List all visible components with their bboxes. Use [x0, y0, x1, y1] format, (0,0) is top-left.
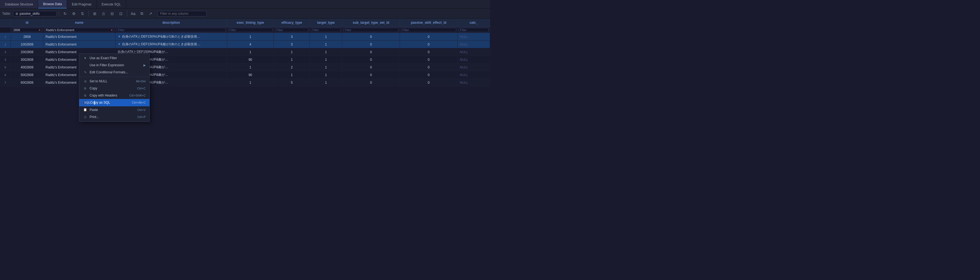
col-header-sub-target-type-set-id[interactable]: sub_target_type_set_id [342, 19, 400, 27]
cell-efficacy-type-0[interactable]: 3 [274, 33, 310, 41]
cell-calc-4[interactable]: NULL [457, 64, 490, 71]
cell-calc-0[interactable]: NULL [457, 33, 490, 41]
col-header-efficacy-type[interactable]: efficacy_type [274, 19, 310, 27]
filter-cell-target_type[interactable]: Filter [310, 27, 342, 33]
filter-button[interactable]: ⚙ [70, 10, 78, 17]
cell-exec-timing-type-3[interactable]: 90 [227, 56, 274, 64]
cell-passive-skill-effect-id-4[interactable]: 0 [400, 64, 458, 71]
link-button[interactable]: ↗ [147, 10, 154, 17]
tab-database-structure[interactable]: Database Structure [0, 0, 38, 8]
cell-description-1[interactable]: ▼自身のATKとDEF150%UP&敵が1体のとき必殺技発… [115, 41, 227, 48]
cell-id-4[interactable]: 4002808 [11, 64, 43, 71]
filter-clear-id[interactable]: ✕ [38, 29, 41, 32]
cell-calc-3[interactable]: NULL [457, 56, 490, 64]
col-header-target-type[interactable]: target_type [310, 19, 342, 27]
col-header-id[interactable]: id [11, 19, 43, 27]
filter-cell-passive_skill_effect_id[interactable]: Filter [400, 27, 458, 33]
ctx-item-copy-with-headers[interactable]: ⧉Copy with HeadersCtrl+Shift+C [79, 92, 150, 99]
cell-passive-skill-effect-id-5[interactable]: 0 [400, 71, 458, 79]
cell-target-type-2[interactable]: 1 [310, 48, 342, 56]
cell-efficacy-type-4[interactable]: 2 [274, 64, 310, 71]
table-row[interactable]: 21002808Raditz's Enforcement▼自身のATKとDEF1… [0, 41, 490, 48]
filter-cell-empty-sub_target_type_set_id[interactable]: Filter [343, 28, 399, 32]
tab-browse-data[interactable]: Browse Data [38, 0, 67, 8]
cell-sub-target-type-set-id-5[interactable]: 0 [342, 71, 400, 79]
sort-button[interactable]: ⇅ [79, 10, 86, 17]
cell-target-type-0[interactable]: 1 [310, 33, 342, 41]
cell-id-1[interactable]: 1002808 [11, 41, 43, 48]
col-header-passive-skill-effect-id[interactable]: passive_skill_effect_id [400, 19, 458, 27]
cell-id-6[interactable]: 6002808 [11, 79, 43, 86]
filter-cell-description[interactable]: Filter [115, 27, 227, 33]
cell-efficacy-type-5[interactable]: 1 [274, 71, 310, 79]
cell-exec-timing-type-4[interactable]: 1 [227, 64, 274, 71]
col-header-description[interactable]: description [115, 19, 227, 27]
cell-description-0[interactable]: ▼自身のATKとDEF150%UP&敵が1体のとき必殺技発… [115, 33, 227, 41]
filter-cell-empty-target_type[interactable]: Filter [311, 28, 341, 32]
cell-efficacy-type-6[interactable]: 5 [274, 79, 310, 86]
ctx-item-edit-conditional-formats[interactable]: ✎Edit Conditional Formats... [79, 69, 150, 76]
filter-cell-id[interactable]: 2808 ✕ [11, 27, 43, 33]
cell-calc-6[interactable]: NULL [457, 79, 490, 86]
table-selector[interactable]: ▦ passive_skills [13, 11, 57, 16]
table-row[interactable]: 76002808Raditz's Enforcement自身のATKとDEF15… [0, 79, 490, 86]
copy-button[interactable]: ⧉ [138, 10, 146, 17]
filter-cell-empty-efficacy_type[interactable]: Filter [275, 28, 309, 32]
table-row[interactable]: 32002808Raditz's Enforcement自身のATKとDEF15… [0, 48, 490, 56]
ctx-item-use-exact-filter[interactable]: ▼Use as Exact Filter [79, 54, 150, 62]
cell-id-2[interactable]: 2002808 [11, 48, 43, 56]
tab-execute-sql[interactable]: Execute SQL [97, 0, 126, 8]
filter-cell-value-name[interactable]: Raditz's Enforcement ✕ [45, 28, 114, 32]
cell-target-type-6[interactable]: 1 [310, 79, 342, 86]
refresh-button[interactable]: ↻ [61, 10, 69, 17]
filter-cell-name[interactable]: Raditz's Enforcement ✕ [43, 27, 115, 33]
cell-id-5[interactable]: 5002808 [11, 71, 43, 79]
cell-calc-1[interactable]: NULL [457, 41, 490, 48]
cell-efficacy-type-1[interactable]: 3 [274, 41, 310, 48]
ctx-item-set-to-null[interactable]: ⊘Set to NULLAlt+Del [79, 78, 150, 85]
cell-name-1[interactable]: Raditz's Enforcement [43, 41, 115, 48]
filter-cell-efficacy_type[interactable]: Filter [274, 27, 310, 33]
cell-passive-skill-effect-id-2[interactable]: 0 [400, 48, 458, 56]
cell-sub-target-type-set-id-3[interactable]: 0 [342, 56, 400, 64]
ctx-item-print[interactable]: ⎙Print...Ctrl+P [79, 114, 150, 120]
ctx-item-copy[interactable]: ⧉CopyCtrl+C [79, 85, 150, 92]
cell-sub-target-type-set-id-0[interactable]: 0 [342, 33, 400, 41]
cell-id-0[interactable]: 2808 [11, 33, 43, 41]
cell-target-type-3[interactable]: 1 [310, 56, 342, 64]
cell-passive-skill-effect-id-3[interactable]: 0 [400, 56, 458, 64]
col-header-exec-timing-type[interactable]: exec_timing_type [227, 19, 274, 27]
cell-exec-timing-type-5[interactable]: 90 [227, 71, 274, 79]
column-filter-input[interactable] [158, 11, 207, 16]
cell-target-type-4[interactable]: 1 [310, 64, 342, 71]
font-button[interactable]: Aa [129, 10, 137, 17]
cell-sub-target-type-set-id-4[interactable]: 0 [342, 64, 400, 71]
filter-clear-name[interactable]: ✕ [111, 29, 113, 32]
col-header-calc[interactable]: calc_ [457, 19, 490, 27]
filter-cell-sub_target_type_set_id[interactable]: Filter [342, 27, 400, 33]
cell-passive-skill-effect-id-6[interactable]: 0 [400, 79, 458, 86]
export-button[interactable]: ⊟ [108, 10, 116, 17]
ctx-item-copy-as-sql[interactable]: SQLCopy as SQLCtrl+Alt+C [79, 99, 150, 106]
table-row[interactable]: 54002808Raditz's Enforcement自身のATKとDEF15… [0, 64, 490, 71]
ctx-item-paste[interactable]: 📋PasteCtrl+V [79, 106, 150, 114]
cell-target-type-5[interactable]: 1 [310, 71, 342, 79]
cell-exec-timing-type-0[interactable]: 1 [227, 33, 274, 41]
filter-cell-empty-exec_timing_type[interactable]: Filter [228, 28, 272, 32]
cell-efficacy-type-2[interactable]: 1 [274, 48, 310, 56]
print-button[interactable]: ⎙ [100, 10, 107, 17]
table-row[interactable]: 65002808Raditz's Enforcement自身のATKとDEF15… [0, 71, 490, 79]
insert-row-button[interactable]: ⊞ [91, 10, 99, 17]
cell-exec-timing-type-6[interactable]: 1 [227, 79, 274, 86]
cell-sub-target-type-set-id-1[interactable]: 0 [342, 41, 400, 48]
cell-passive-skill-effect-id-1[interactable]: 0 [400, 41, 458, 48]
table-row[interactable]: 43002808Raditz's Enforcement自身のATKとDEF15… [0, 56, 490, 64]
cell-target-type-1[interactable]: 1 [310, 41, 342, 48]
cell-sub-target-type-set-id-6[interactable]: 0 [342, 79, 400, 86]
filter-cell-empty-passive_skill_effect_id[interactable]: Filter [401, 28, 456, 32]
import-button[interactable]: ⊡ [117, 10, 125, 17]
filter-cell-calc[interactable]: Filter [457, 27, 490, 33]
cell-id-3[interactable]: 3002808 [11, 56, 43, 64]
filter-cell-empty-description[interactable]: Filter [116, 28, 226, 32]
cell-calc-2[interactable]: NULL [457, 48, 490, 56]
